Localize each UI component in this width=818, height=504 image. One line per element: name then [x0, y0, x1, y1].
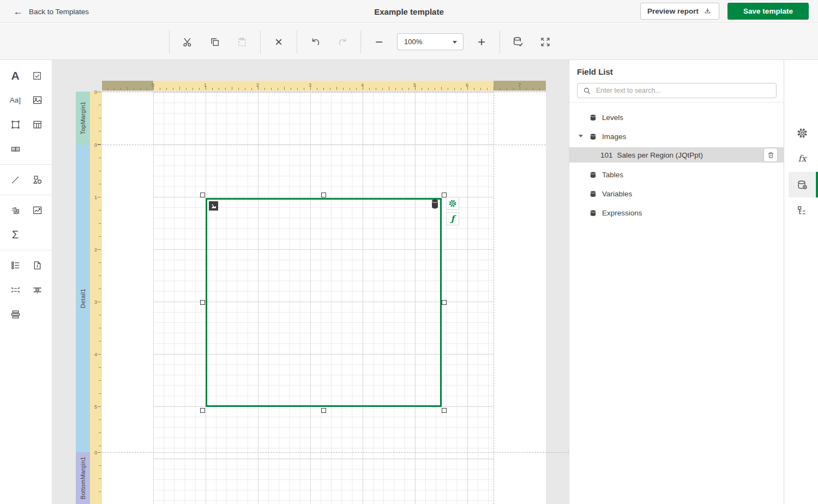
band-bottommargin[interactable]: BottomMargin1: [76, 452, 90, 504]
tool-rich-text[interactable]: Aa]: [4, 88, 26, 112]
v-ruler-number: 5: [94, 404, 97, 410]
zoom-out-button[interactable]: −: [365, 31, 393, 53]
component-toolbox: A Aa]: [0, 60, 52, 504]
resize-handle-bottom-left[interactable]: [200, 408, 205, 413]
v-ruler-number: 0: [94, 142, 97, 148]
tool-frame[interactable]: [4, 112, 26, 137]
h-ruler-number: 2: [256, 82, 259, 88]
gear-icon: [448, 199, 457, 208]
design-canvas[interactable]: 01234567 TopMargin1 Detail1 BottomMargin…: [52, 60, 569, 504]
download-icon: [703, 7, 712, 16]
page-break-icon: [10, 284, 21, 296]
tool-band-layout[interactable]: [4, 302, 26, 327]
tree-item-variables[interactable]: Variables: [569, 189, 784, 199]
tool-bar-chart[interactable]: [4, 198, 26, 223]
bar-chart-icon: [10, 205, 21, 216]
band-detail[interactable]: Detail1: [76, 145, 90, 452]
tool-page-break[interactable]: [4, 278, 26, 302]
detail-band-guide: [102, 145, 546, 145]
element-formula-button[interactable]: ƒ: [446, 212, 459, 225]
rail-settings-button[interactable]: [789, 120, 815, 146]
tool-list[interactable]: [4, 253, 26, 278]
rail-structure-button[interactable]: [789, 197, 815, 223]
search-icon: [582, 86, 592, 95]
tool-text[interactable]: A: [4, 63, 26, 88]
delete-button[interactable]: ×: [265, 31, 292, 53]
tool-shapes[interactable]: [26, 167, 48, 192]
edit-toolbar: × − 100% +: [0, 23, 818, 60]
tree-item-expressions[interactable]: Expressions: [569, 208, 784, 218]
tool-checkbox[interactable]: [26, 63, 48, 88]
rail-formulas-button[interactable]: fx: [789, 146, 815, 171]
band-detail-label: Detail1: [80, 289, 86, 308]
tool-line-chart[interactable]: [26, 198, 48, 223]
h-ruler-number: 6: [466, 82, 468, 88]
bottommargin-band-guide: [102, 452, 569, 453]
resize-handle-top-middle[interactable]: [321, 193, 326, 197]
cut-button[interactable]: [174, 31, 201, 53]
collapse-caret-icon[interactable]: [579, 135, 583, 137]
field-id: 101: [600, 151, 613, 159]
back-to-templates-button[interactable]: ← Back to Templates: [13, 0, 89, 23]
undo-button[interactable]: [302, 31, 329, 53]
field-search-box[interactable]: [577, 83, 777, 98]
h-ruler-number: 7: [518, 82, 521, 88]
resize-handle-top-left[interactable]: [200, 193, 205, 197]
toolbar-separator: [260, 31, 261, 53]
fx-icon: fx: [798, 153, 807, 164]
tree-item-images[interactable]: Images: [569, 131, 784, 141]
selected-image-element[interactable]: [206, 198, 442, 407]
redo-button[interactable]: [329, 31, 356, 53]
paste-button[interactable]: [228, 31, 256, 53]
element-settings-button[interactable]: [446, 197, 459, 210]
toolbar-separator: [169, 31, 170, 53]
preview-report-label: Preview report: [647, 7, 699, 15]
save-template-label: Save template: [743, 7, 793, 15]
minus-icon: −: [375, 35, 383, 49]
database-icon: [589, 113, 597, 122]
rail-field-list-button-active[interactable]: [789, 172, 815, 197]
zoom-in-button[interactable]: +: [468, 31, 495, 53]
tool-image[interactable]: [26, 88, 48, 112]
h-ruler-number: 0: [152, 82, 154, 88]
resize-handle-bottom-middle[interactable]: [321, 408, 326, 413]
resize-handle-middle-left[interactable]: [200, 300, 205, 305]
tool-horizontal-line[interactable]: [26, 278, 48, 302]
tool-formula[interactable]: Σ: [4, 223, 26, 247]
image-type-badge: [209, 201, 218, 211]
tool-info-page[interactable]: [26, 253, 48, 278]
save-template-button[interactable]: Save template: [727, 3, 809, 20]
undo-icon: [309, 35, 322, 48]
delete-field-button[interactable]: [764, 148, 777, 161]
tool-cellular-text[interactable]: a b: [4, 137, 26, 161]
tree-item-image-field-selected[interactable]: 101 Sales per Region (JQtPpt): [569, 147, 784, 163]
redo-icon: [336, 35, 349, 48]
preview-report-button[interactable]: Preview report: [640, 3, 719, 20]
fullscreen-button[interactable]: [532, 31, 559, 53]
page-title: Example template: [374, 0, 444, 23]
tree-item-tables[interactable]: Tables: [569, 170, 784, 179]
validate-data-button[interactable]: [504, 31, 532, 53]
band-bottommargin-label: BottomMargin1: [80, 457, 86, 500]
tool-line[interactable]: [4, 167, 26, 192]
toolbox-divider: [0, 164, 52, 165]
panel-divider: [569, 102, 784, 103]
line-chart-icon: [32, 205, 43, 216]
tool-table[interactable]: [26, 112, 48, 137]
back-arrow-icon: ←: [13, 7, 23, 16]
search-input[interactable]: [596, 87, 771, 94]
resize-handle-bottom-right[interactable]: [442, 408, 447, 413]
h-ruler-number: 4: [361, 82, 364, 88]
copy-icon: [209, 36, 221, 48]
svg-text:a: a: [12, 147, 14, 151]
tree-item-levels[interactable]: Levels: [569, 112, 784, 122]
data-bound-badge: [431, 199, 439, 209]
zoom-level-select[interactable]: 100%: [397, 33, 464, 50]
active-tab-indicator: [816, 172, 818, 197]
toolbar-separator: [297, 31, 297, 53]
toolbox-divider: [0, 195, 52, 195]
band-topmargin[interactable]: TopMargin1: [76, 92, 90, 145]
copy-button[interactable]: [201, 31, 228, 53]
v-ruler-number: 3: [94, 299, 97, 305]
resize-handle-middle-right[interactable]: [442, 300, 447, 305]
